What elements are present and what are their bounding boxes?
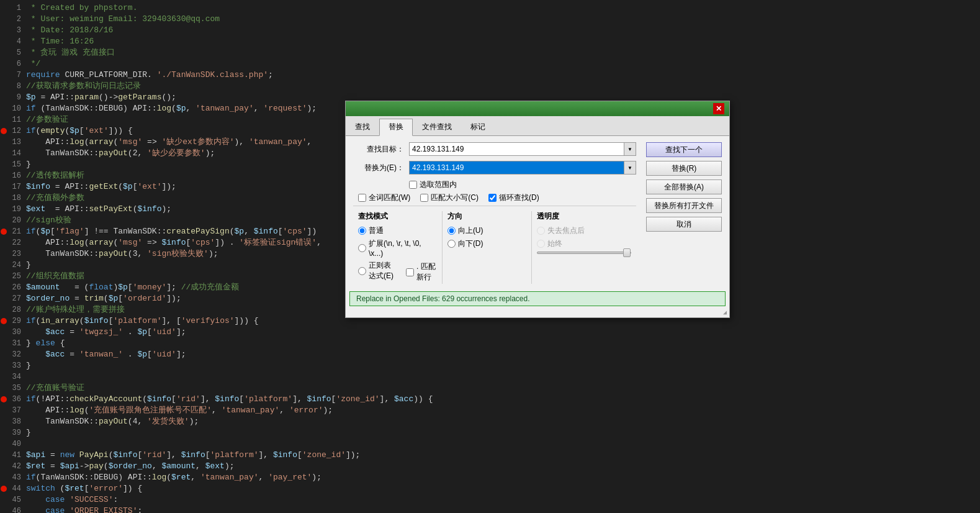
- breakpoint-indicator: [0, 450, 7, 461]
- checkbox-range[interactable]: [409, 181, 417, 189]
- checkbox-range-label: 选取范围内: [420, 179, 457, 190]
- dialog-tabs: 查找 替换 文件查找 标记: [346, 116, 729, 136]
- code-line: 42$ret = $api->pay($order_no, $amount, $…: [0, 461, 980, 472]
- breakpoint-dot: [1, 318, 7, 324]
- direction-title: 方向: [447, 211, 526, 222]
- mode-extended-item[interactable]: 扩展(\n, \r, \t, \0, \x...): [358, 238, 437, 258]
- replace-dropdown[interactable]: ▼: [409, 161, 636, 175]
- line-content: API::log('充值账号跟角色注册帐号不匹配', 'tanwan_pay',…: [26, 405, 975, 416]
- replace-input[interactable]: [409, 161, 624, 175]
- search-mode-title: 查找模式: [358, 211, 437, 222]
- dialog-resize: ◢: [346, 309, 729, 317]
- match-newline-item[interactable]: . 匹配新行: [406, 261, 437, 283]
- tab-file-find[interactable]: 文件查找: [413, 119, 461, 135]
- find-dropdown-arrow[interactable]: ▼: [624, 142, 636, 156]
- checkbox-range-item[interactable]: 选取范围内: [409, 179, 457, 190]
- match-newline-label: . 匹配新行: [416, 261, 437, 283]
- code-line: 2 * User: weiming Email: 329403630@qq.co…: [0, 14, 980, 25]
- line-content: //充值账号验证: [26, 383, 975, 394]
- form-right-buttons: 查找下一个 替换(R) 全部替换(A) 替换所有打开文件 取消: [641, 142, 722, 284]
- breakpoint-indicator: [0, 494, 7, 506]
- mode-extended-radio[interactable]: [358, 244, 366, 252]
- replace-dropdown-arrow[interactable]: ▼: [624, 161, 636, 175]
- trans-opt2-radio[interactable]: [537, 240, 545, 248]
- mode-normal-item[interactable]: 普通: [358, 225, 437, 236]
- trans-opt1-label: 失去焦点后: [547, 225, 585, 236]
- mode-regex-item[interactable]: 正则表达式(E): [358, 260, 398, 281]
- breakpoint-indicator: [0, 327, 7, 338]
- dir-down-radio[interactable]: [447, 240, 456, 248]
- dialog-close-button[interactable]: ✕: [713, 103, 724, 114]
- code-line: 35//充值账号验证: [0, 383, 980, 394]
- breakpoint-indicator: [0, 215, 7, 226]
- breakpoint-indicator: [0, 483, 7, 494]
- line-number: 39: [7, 427, 26, 438]
- code-line: 6 */: [0, 58, 980, 70]
- tab-replace[interactable]: 替换: [379, 119, 413, 136]
- breakpoint-indicator: [0, 181, 7, 193]
- breakpoint-indicator: [0, 92, 7, 103]
- transparency-slider-thumb[interactable]: [623, 248, 631, 257]
- line-content: * Date: 2018/8/16: [26, 25, 975, 36]
- dir-up-item[interactable]: 向上(U): [447, 225, 526, 236]
- mode-regex-radio[interactable]: [358, 267, 366, 275]
- line-number: 12: [7, 125, 26, 137]
- code-line: 43if(TanWanSDK::DEBUG) API::log($ret, 't…: [0, 472, 980, 483]
- mode-regex-label: 正则表达式(E): [369, 260, 398, 281]
- line-number: 14: [7, 148, 26, 159]
- line-number: 20: [7, 215, 26, 226]
- dir-down-item[interactable]: 向下(D): [447, 238, 526, 249]
- breakpoint-dot: [1, 128, 7, 134]
- replace-button[interactable]: 替换(R): [646, 161, 722, 176]
- code-line: 7require CURR_PLATFORM_DIR. './TanWanSDK…: [0, 70, 980, 81]
- trans-opt1-radio[interactable]: [537, 227, 545, 235]
- line-number: 19: [7, 204, 26, 215]
- find-row: 查找目标： ▼: [353, 142, 636, 156]
- line-number: 22: [7, 237, 26, 248]
- match-newline-checkbox[interactable]: [406, 268, 414, 276]
- line-number: 29: [7, 316, 26, 327]
- trans-opt2-label: 始终: [547, 238, 562, 249]
- checkbox-whole-word[interactable]: [358, 194, 366, 202]
- breakpoint-indicator: [0, 405, 7, 416]
- find-next-button[interactable]: 查找下一个: [646, 142, 722, 157]
- line-number: 4: [7, 36, 26, 47]
- dir-up-radio[interactable]: [447, 227, 456, 235]
- trans-opt1-item[interactable]: 失去焦点后: [537, 225, 631, 236]
- breakpoint-indicator: [0, 461, 7, 472]
- resize-handle[interactable]: ◢: [723, 309, 727, 316]
- mode-normal-radio[interactable]: [358, 227, 366, 235]
- line-number: 33: [7, 360, 26, 371]
- find-replace-dialog[interactable]: ✕ 查找 替换 文件查找 标记 查找目标： ▼: [345, 101, 730, 318]
- breakpoint-dot: [1, 486, 7, 492]
- breakpoint-indicator: [0, 506, 7, 513]
- replace-opened-button[interactable]: 替换所有打开文件: [646, 198, 722, 213]
- breakpoint-indicator: [0, 125, 7, 137]
- trans-opt2-item[interactable]: 始终: [537, 238, 631, 249]
- code-line: 32 $acc = 'tanwan_' . $p['uid'];: [0, 349, 980, 360]
- checkbox-match-case[interactable]: [420, 194, 428, 202]
- breakpoint-indicator: [0, 114, 7, 125]
- checkbox-whole-word-item[interactable]: 全词匹配(W): [358, 193, 410, 203]
- line-number: 8: [7, 81, 26, 92]
- tab-mark[interactable]: 标记: [461, 119, 495, 135]
- code-line: 30 $acc = 'twgzsj_' . $p['uid'];: [0, 327, 980, 338]
- checkbox-wrap[interactable]: [488, 194, 497, 202]
- checkbox-wrap-item[interactable]: 循环查找(D): [488, 193, 539, 203]
- tab-find[interactable]: 查找: [346, 119, 379, 135]
- breakpoint-indicator: [0, 170, 7, 181]
- replace-all-button[interactable]: 全部替换(A): [646, 179, 722, 194]
- code-line: 36if(!API::checkPayAccount($info['rid'],…: [0, 394, 980, 405]
- find-input[interactable]: [409, 142, 624, 156]
- breakpoint-indicator: [0, 338, 7, 349]
- find-dropdown[interactable]: ▼: [409, 142, 636, 156]
- line-number: 26: [7, 282, 26, 293]
- line-number: 23: [7, 248, 26, 260]
- checkbox-match-case-item[interactable]: 匹配大小写(C): [420, 193, 479, 203]
- code-line: 33}: [0, 360, 980, 371]
- line-content: * Time: 16:26: [26, 36, 975, 47]
- dir-down-label: 向下(D): [458, 238, 483, 249]
- breakpoint-indicator: [0, 416, 7, 427]
- cancel-button[interactable]: 取消: [646, 217, 722, 232]
- line-content: //获取请求参数和访问日志记录: [26, 81, 975, 92]
